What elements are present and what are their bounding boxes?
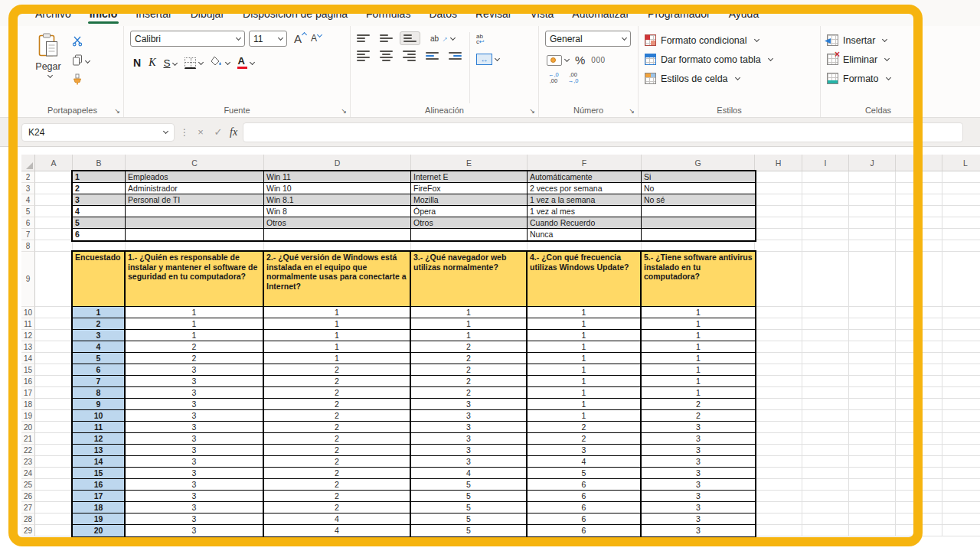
col-header-C[interactable]: C (126, 155, 264, 171)
cell-K27[interactable] (896, 502, 942, 514)
survey-data-cell[interactable]: 1 (264, 353, 411, 364)
survey-data-cell[interactable]: 4 (411, 468, 528, 479)
cell-J15[interactable] (849, 364, 896, 376)
legend-cell[interactable]: 2 veces por semana (528, 183, 642, 194)
survey-data-cell[interactable]: 5 (411, 502, 528, 514)
cell-A17[interactable] (35, 387, 73, 399)
tab-datos[interactable]: Datos (420, 2, 466, 26)
survey-id-cell[interactable]: 14 (73, 456, 126, 468)
cell-J4[interactable] (849, 194, 896, 206)
cell-K20[interactable] (896, 422, 942, 433)
cell-I28[interactable] (802, 514, 849, 525)
survey-data-cell[interactable]: 2 (528, 422, 642, 433)
cell-I17[interactable] (802, 387, 849, 399)
survey-data-cell[interactable]: 3 (126, 399, 264, 410)
format-as-table-button[interactable]: Dar formato como tabla (645, 52, 815, 67)
cell-I10[interactable] (802, 307, 849, 318)
row-header-3[interactable]: 3 (21, 183, 35, 194)
row-header-19[interactable]: 19 (21, 410, 35, 422)
cell-K4[interactable] (896, 194, 942, 206)
row-header-14[interactable]: 14 (21, 353, 35, 364)
legend-cell[interactable]: Personal de TI (126, 194, 264, 206)
survey-data-cell[interactable]: 5 (411, 514, 528, 525)
cell-J25[interactable] (849, 479, 896, 491)
survey-data-cell[interactable]: 6 (528, 491, 642, 502)
survey-data-cell[interactable]: 3 (126, 468, 264, 479)
survey-data-cell[interactable]: 3 (126, 491, 264, 502)
cell-K16[interactable] (896, 376, 942, 387)
legend-cell[interactable] (642, 206, 755, 217)
survey-id-cell[interactable]: 6 (73, 364, 126, 376)
survey-data-cell[interactable]: 6 (528, 479, 642, 491)
cell-J27[interactable] (849, 502, 896, 514)
cell-H21[interactable] (755, 433, 802, 445)
survey-data-cell[interactable]: 3 (411, 399, 528, 410)
cell-H20[interactable] (755, 422, 802, 433)
survey-data-cell[interactable]: 3 (126, 525, 264, 536)
survey-data-cell[interactable]: 1 (528, 410, 642, 422)
cell-L11[interactable] (942, 318, 980, 330)
survey-data-cell[interactable]: 2 (411, 364, 528, 376)
survey-data-cell[interactable]: 5 (411, 491, 528, 502)
col-header-D[interactable]: D (264, 155, 411, 171)
legend-cell[interactable]: FireFox (411, 183, 528, 194)
number-format-select[interactable]: General (545, 31, 631, 47)
cell-L21[interactable] (942, 433, 980, 445)
survey-data-cell[interactable]: 2 (411, 376, 528, 387)
survey-data-cell[interactable]: 3 (642, 514, 755, 525)
cell-A10[interactable] (35, 307, 73, 318)
survey-data-cell[interactable]: 3 (126, 514, 264, 525)
survey-data-cell[interactable]: 3 (642, 433, 755, 445)
survey-data-cell[interactable]: 2 (264, 479, 411, 491)
legend-cell[interactable]: 4 (73, 206, 126, 217)
cell-H8[interactable] (755, 240, 802, 252)
survey-data-cell[interactable]: 2 (264, 410, 411, 422)
cell-L29[interactable] (942, 525, 980, 536)
cell-L20[interactable] (942, 422, 980, 433)
row-header-29[interactable]: 29 (21, 525, 35, 536)
cell-K2[interactable] (896, 171, 942, 183)
cell-H9[interactable] (755, 252, 802, 307)
row-header-9[interactable]: 9 (21, 252, 35, 307)
cell-J9[interactable] (849, 252, 896, 307)
cell-J29[interactable] (849, 525, 896, 536)
cell-A24[interactable] (35, 468, 73, 479)
survey-data-cell[interactable]: 1 (126, 330, 264, 341)
cell-A14[interactable] (35, 353, 73, 364)
italic-button[interactable]: K (149, 57, 155, 69)
survey-data-cell[interactable]: 1 (264, 318, 411, 330)
cell-I11[interactable] (802, 318, 849, 330)
cut-button[interactable] (72, 35, 90, 49)
survey-data-cell[interactable]: 3 (642, 445, 755, 456)
cell-I15[interactable] (802, 364, 849, 376)
survey-header-cell[interactable]: 5.- ¿Tiene software antivirus instalado … (642, 252, 755, 307)
cell-A27[interactable] (35, 502, 73, 514)
cell-L15[interactable] (942, 364, 980, 376)
cell-K14[interactable] (896, 353, 942, 364)
accounting-format-button[interactable] (547, 55, 569, 66)
legend-cell[interactable]: 1 (73, 171, 126, 183)
cell-J19[interactable] (849, 410, 896, 422)
survey-id-cell[interactable]: 7 (73, 376, 126, 387)
formula-input[interactable] (243, 122, 963, 142)
legend-cell[interactable]: Internet E (411, 171, 528, 183)
cell-H16[interactable] (755, 376, 802, 387)
cell-I14[interactable] (802, 353, 849, 364)
survey-id-cell[interactable]: 12 (73, 433, 126, 445)
cell-H13[interactable] (755, 341, 802, 353)
decrease-indent-icon[interactable] (426, 52, 439, 60)
survey-data-cell[interactable]: 1 (642, 376, 755, 387)
cell-L25[interactable] (942, 479, 980, 491)
survey-header-cell[interactable]: 2.- ¿Qué versión de Windows está instala… (264, 252, 411, 307)
cell-K17[interactable] (896, 387, 942, 399)
cell-I20[interactable] (802, 422, 849, 433)
row-header-22[interactable]: 22 (21, 445, 35, 456)
cell-H15[interactable] (755, 364, 802, 376)
survey-data-cell[interactable]: 1 (126, 307, 264, 318)
tab-formulas[interactable]: Fórmulas (357, 2, 420, 26)
cell-K25[interactable] (896, 479, 942, 491)
legend-cell[interactable]: 6 (73, 229, 126, 240)
cell-K9[interactable] (896, 252, 942, 307)
cell-A5[interactable] (35, 206, 73, 217)
dialog-launcher-icon[interactable]: ↘ (629, 108, 635, 115)
